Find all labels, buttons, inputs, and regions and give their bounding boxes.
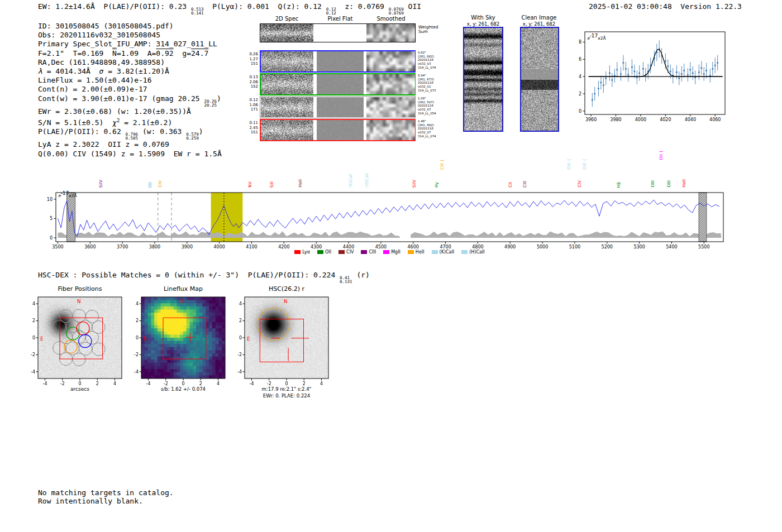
data-point: [687, 74, 689, 76]
tick-label: 4800: [472, 245, 483, 250]
spectrum-line: [58, 200, 720, 236]
tick-label: 3900: [182, 245, 193, 250]
tick-label: 3960: [585, 117, 597, 122]
info-line: RA,Dec (161.948898,49.388958): [38, 58, 222, 67]
tick-label: 10: [47, 197, 53, 202]
emission-line-label: CIV: [158, 180, 163, 188]
with-sky-coords: x, y: 261, 682: [461, 21, 506, 27]
data-point: [614, 75, 616, 76]
compass-north-label: N: [180, 299, 184, 304]
data-point: [625, 68, 627, 70]
legend-item: Lyα: [294, 250, 310, 255]
tick-label: 4: [113, 381, 116, 386]
data-point: [598, 88, 599, 89]
hsc-xlabel-2: EWr: 0. PLAE: 0.224: [233, 393, 340, 399]
tick-label: 5500: [698, 245, 709, 250]
cutout-left-labels: 0.261.27151: [235, 52, 258, 66]
tick-label: 3500: [52, 245, 63, 250]
clean-image: [521, 28, 558, 131]
gaussian-fit-curve: [589, 49, 723, 76]
emission-line-label: CIII {: [440, 159, 445, 170]
emission-line-label: HeII: [681, 179, 686, 188]
data-point: [627, 74, 629, 76]
emission-line-label: Hβ: [616, 182, 621, 188]
cutout-right-labels: 1.46"(261, 682)20201116v032_07314_LL_074: [418, 119, 436, 138]
tick-label: -4: [146, 381, 151, 386]
legend-item: MgII: [383, 250, 400, 255]
data-point: [634, 71, 636, 73]
fiber-circle: [92, 343, 105, 356]
compass-east-label: E: [247, 336, 250, 342]
cutout-right-labels: 1.08"(262, 507)20201116v032_07314_LL_054: [418, 97, 436, 116]
emission-line-label: OIII: [666, 180, 671, 188]
data-point: [676, 71, 678, 73]
legend-swatch: [317, 250, 323, 254]
data-point: [665, 60, 666, 62]
tick-label: 4: [32, 301, 35, 306]
tick-label: -4: [237, 370, 242, 375]
tick-label: 0: [579, 109, 581, 114]
spectrum-legend: LyαOIICIVCIIIMgIIHeII(K)CaII(H)CaII: [56, 250, 723, 255]
tick-label: 4: [217, 381, 220, 386]
compass-east-label: E: [40, 336, 44, 342]
emission-line-label: (H)CaII: [364, 173, 369, 188]
error-band: [411, 231, 721, 238]
tick-label: 4: [320, 381, 323, 386]
spectrum-unit-label: e-17x2Å: [58, 190, 77, 198]
info-line: S/N = 5.1(±0.5) χ2 = 2.1(±0.2): [38, 116, 222, 128]
data-point: [717, 62, 718, 64]
emission-line-label: OIII {: [566, 159, 571, 170]
emission-line-labels: SiIVOIICIVNVSiIIHeII(K)CaII(H)CaIISiIVHγ…: [45, 143, 732, 189]
tick-label: 2: [136, 318, 139, 323]
emission-line-label: OIII {: [582, 159, 587, 170]
info-line: F=2.1" T=0.169 N=1.09 A=0.92 g=24.7: [38, 49, 222, 58]
emission-line-label: SiII: [269, 181, 274, 188]
tick-label: -4: [43, 381, 47, 386]
tick-label: 2: [303, 381, 306, 386]
aperture-square: [260, 319, 303, 362]
data-point: [681, 73, 683, 75]
tick-label: 0: [32, 336, 35, 341]
legend-swatch: [294, 250, 301, 254]
tick-label: -2: [267, 381, 271, 386]
info-line: LineFlux = 1.50(±0.44)e-16: [38, 76, 222, 85]
emission-line-label: CIII: [522, 181, 527, 188]
cutout-left-labels: 0.112.45151: [235, 121, 258, 135]
pixel-flat-image-row2: [317, 74, 364, 94]
data-point: [605, 78, 607, 79]
data-point: [620, 73, 622, 75]
cutout-left-labels: 0.132.06152: [235, 75, 258, 89]
col-title-smoothed: Smoothed: [366, 16, 416, 22]
elixer-report-page: EW: 1.2±14.6Å P(LAE)/P(OII): 0.23 0.5130…: [0, 0, 782, 532]
smoothed-image-row4: [366, 120, 415, 140]
legend-swatch: [338, 250, 345, 254]
data-point: [609, 73, 611, 74]
header-summary: EW: 1.2±14.6Å P(LAE)/P(OII): 0.23 0.5130…: [38, 2, 421, 15]
tick-label: 0: [239, 336, 242, 341]
data-point: [703, 73, 705, 75]
tick-label: 6: [579, 57, 581, 62]
tick-label: 5400: [666, 245, 677, 250]
tick-label: -2: [164, 381, 168, 386]
cutout-left-labels: 0.121.06171: [235, 98, 258, 112]
info-line: Primary Spec_Slot_IFU_AMP: 314_027_011_L…: [38, 40, 222, 49]
lineflux-map-title: Lineflux Map: [141, 285, 225, 293]
info-line: ID: 3010508045 (3010508045.pdf): [38, 22, 222, 31]
data-point: [600, 82, 602, 84]
tick-label: 2: [96, 381, 99, 386]
data-point: [642, 68, 644, 70]
legend-item: HeII: [408, 250, 425, 255]
tick-label: 0: [50, 236, 53, 241]
aperture-square: [163, 318, 206, 359]
smoothed-image-row3: [366, 97, 415, 117]
tick-label: 5000: [537, 245, 548, 250]
tick-label: 0: [78, 381, 81, 386]
compass-east-label: E: [144, 336, 147, 342]
tick-label: 5200: [602, 245, 613, 250]
hsc-title: HSC(26.2) r: [245, 285, 328, 293]
fiber-positions-axes: -4-2024-4-2024NE: [22, 293, 141, 391]
data-point: [594, 93, 595, 95]
tick-label: 2: [32, 318, 35, 323]
compass-north-label: N: [77, 299, 81, 304]
tick-label: 5100: [569, 245, 580, 250]
